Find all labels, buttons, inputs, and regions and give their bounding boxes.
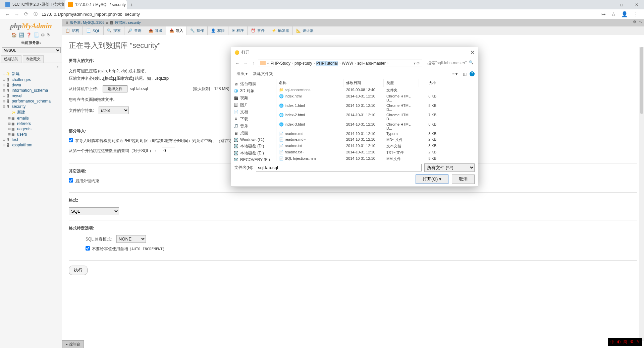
menu-icon[interactable]: ⋮ bbox=[633, 11, 639, 17]
tab-search[interactable]: 🔍搜索 bbox=[104, 26, 124, 35]
tab-designer[interactable]: 📐设计器 bbox=[293, 26, 317, 35]
format-select[interactable]: SQL bbox=[69, 207, 119, 215]
file-row[interactable]: 📄readme.txt~2014-10-31 12:10TXT~ 文件2 KB bbox=[276, 149, 478, 156]
tab-triggers[interactable]: ⚡触发器 bbox=[268, 26, 293, 35]
file-row[interactable]: 🌐index-2.html2014-10-31 12:10Chrome HTML… bbox=[276, 112, 478, 122]
collapse-panel-icon[interactable]: ⇤ bbox=[0, 63, 62, 69]
choose-file-button[interactable]: 选择文件 bbox=[103, 85, 127, 92]
new-tab-button[interactable]: + bbox=[127, 1, 136, 9]
url-field[interactable]: ⓘ 127.0.0.1/phpmyadmin/db_import.php?db=… bbox=[31, 11, 600, 17]
path-segment[interactable]: WWW bbox=[342, 61, 353, 66]
dialog-tree-item[interactable]: 💽RECOVERY (F:) bbox=[231, 157, 276, 161]
tree-db-security[interactable]: ⊟🗄security bbox=[0, 104, 62, 109]
back-button[interactable]: ← bbox=[3, 9, 12, 19]
logout-icon[interactable]: 🔚 bbox=[19, 32, 24, 38]
ime-status-bar[interactable]: 中 ◐ 简 ⚙ ✎ bbox=[608, 338, 642, 346]
preview-pane-icon[interactable]: ◫ bbox=[461, 72, 469, 76]
tree-db-information_schema[interactable]: ⊞🗄information_schema bbox=[0, 88, 62, 93]
tab-query[interactable]: 🔎查询 bbox=[124, 26, 145, 35]
file-filter-select[interactable]: 所有文件 (*.*) bbox=[424, 163, 475, 172]
browser-tab-2[interactable]: 127.0.0.1 / MySQL / security | × bbox=[65, 0, 127, 9]
dialog-forward-button[interactable]: → bbox=[242, 61, 249, 66]
bookmark-icon[interactable]: ☆ bbox=[611, 11, 616, 17]
browser-tab-1[interactable]: 51CTO博客2.0 -原创IT技术文章 × bbox=[2, 0, 64, 9]
expand-icon[interactable]: ⤡ bbox=[639, 20, 642, 24]
tree-item-users[interactable]: ⊞▦users bbox=[0, 132, 62, 137]
profile-icon[interactable]: 👤 bbox=[621, 11, 628, 17]
submit-button[interactable]: 执行 bbox=[69, 266, 88, 275]
open-button[interactable]: 打开(O) ▾ bbox=[416, 175, 448, 184]
console-tab[interactable]: ▸控制台 bbox=[62, 340, 84, 348]
tab-recent[interactable]: 近期访问 bbox=[1, 55, 21, 63]
path-segment[interactable]: PHPTutorial bbox=[316, 61, 338, 66]
breadcrumb-server[interactable]: 服务器: MySQL:3306 bbox=[70, 20, 104, 25]
tree-item-emails[interactable]: ⊞▦emails bbox=[0, 116, 62, 121]
reload-button[interactable]: ⟳ bbox=[21, 9, 31, 19]
dialog-path[interactable]: «PHP-Study›php-study›PHPTutorial›WWW›sql… bbox=[258, 60, 422, 67]
forward-button[interactable]: → bbox=[12, 9, 21, 19]
compat-select[interactable]: NONE bbox=[116, 235, 146, 243]
tree-item-referers[interactable]: ⊞▦referers bbox=[0, 121, 62, 126]
tree-db-dvwa[interactable]: ⊞🗄dvwa bbox=[0, 82, 62, 88]
maximize-button[interactable]: ◻ bbox=[614, 0, 629, 9]
close-window-button[interactable]: ✕ bbox=[629, 0, 644, 9]
tab-operations[interactable]: 🔧操作 bbox=[187, 26, 208, 35]
file-row[interactable]: 📄readme.txt2014-10-31 12:10文本文档3 KB bbox=[276, 143, 478, 149]
col-type[interactable]: 类型 bbox=[384, 79, 419, 87]
logo[interactable]: phpMyAdmin bbox=[0, 19, 62, 31]
dialog-tree-item[interactable]: 🖼图片 bbox=[231, 101, 276, 109]
fk-checkbox[interactable] bbox=[69, 178, 73, 183]
reload-nav-icon[interactable]: ↻ bbox=[47, 32, 51, 38]
dialog-tree-item[interactable]: 🧊3D 对象 bbox=[231, 87, 276, 94]
gear-icon[interactable]: ⚙ bbox=[633, 20, 636, 24]
file-row[interactable]: 🌐index.html2014-10-31 12:10Chrome HTML D… bbox=[276, 93, 478, 103]
new-folder-button[interactable]: 新建文件夹 bbox=[251, 71, 275, 76]
view-icon[interactable]: ≡ ▾ bbox=[450, 72, 460, 76]
file-row[interactable]: 📄SQL Injections.mm2014-10-31 12:10MM 文件8… bbox=[276, 156, 478, 161]
autoinc-checkbox[interactable] bbox=[86, 246, 90, 251]
tab-privileges[interactable]: 👤权限 bbox=[208, 26, 228, 35]
dialog-close-button[interactable]: ✕ bbox=[470, 49, 475, 56]
path-segment[interactable]: sqli-labs-master bbox=[357, 61, 386, 66]
path-segment[interactable]: php-study bbox=[294, 61, 312, 66]
tab-import[interactable]: 📥导入 bbox=[166, 26, 187, 35]
dialog-back-button[interactable]: ← bbox=[234, 61, 241, 66]
home-icon[interactable]: 🏠 bbox=[11, 32, 17, 38]
dialog-tree-item[interactable]: 🖥桌面 bbox=[231, 130, 276, 137]
col-date[interactable]: 修改日期 bbox=[343, 79, 384, 87]
dialog-tree-item[interactable]: 💽本地磁盘 (E:) bbox=[231, 150, 276, 157]
path-refresh-icon[interactable]: ▾ ⟳ bbox=[414, 61, 420, 66]
key-icon[interactable]: ⊶ bbox=[600, 11, 606, 17]
charset-select[interactable]: utf-8 bbox=[99, 107, 129, 114]
dialog-up-button[interactable]: ↑ bbox=[250, 61, 257, 66]
file-row[interactable]: 📄readme.md~2014-10-31 12:10MD~ 文件2 KB bbox=[276, 137, 478, 143]
help-icon[interactable]: ? bbox=[470, 71, 475, 76]
tree-db-mysql[interactable]: ⊞🗄mysql bbox=[0, 93, 62, 98]
file-row[interactable]: 📄readme.md2014-10-31 12:10Typora3 KB bbox=[276, 131, 478, 137]
col-size[interactable]: 大小 bbox=[419, 79, 439, 87]
main-scrollbar[interactable] bbox=[639, 47, 644, 341]
tree-db-test[interactable]: ⊞🗄test bbox=[0, 137, 62, 142]
site-info-icon[interactable]: ⓘ bbox=[34, 11, 39, 17]
dialog-tree-item[interactable]: ⬇下载 bbox=[231, 116, 276, 123]
tab-sql[interactable]: 📃SQL bbox=[83, 26, 104, 35]
filename-input[interactable] bbox=[256, 164, 422, 171]
file-row[interactable]: 🌐index-3.html2014-10-31 12:10Chrome HTML… bbox=[276, 122, 478, 131]
dialog-tree-item[interactable]: 💽Windows (C:) bbox=[231, 137, 276, 143]
tree-db-challenges[interactable]: ⊞🗄challenges bbox=[0, 77, 62, 82]
col-name[interactable]: 名称 bbox=[276, 79, 343, 87]
tree-item-新建[interactable]: ✨新建 bbox=[0, 109, 62, 116]
dialog-tree-item[interactable]: 🎵音乐 bbox=[231, 123, 276, 130]
dialog-tree-item[interactable]: 💽本地磁盘 (D:) bbox=[231, 143, 276, 150]
tab-routines[interactable]: ※程序 bbox=[228, 26, 248, 35]
tab-favorites[interactable]: 表收藏夹 bbox=[23, 55, 44, 63]
cancel-button[interactable]: 取消 bbox=[452, 175, 475, 184]
settings-icon[interactable]: ⚙ bbox=[41, 32, 45, 38]
tree-new[interactable]: —✨新建 bbox=[0, 71, 62, 77]
tab-export[interactable]: 📤导出 bbox=[145, 26, 166, 35]
dialog-tree-item[interactable]: 🖥这台电脑 bbox=[231, 80, 276, 87]
tab-events[interactable]: ⏰事件 bbox=[248, 26, 268, 35]
file-row[interactable]: 📁sql-connections2019-00-08 13:40文件夹 bbox=[276, 87, 478, 93]
path-segment[interactable]: PHP-Study bbox=[271, 61, 290, 66]
file-row[interactable]: 🌐index-1.html2014-10-31 12:10Chrome HTML… bbox=[276, 103, 478, 112]
